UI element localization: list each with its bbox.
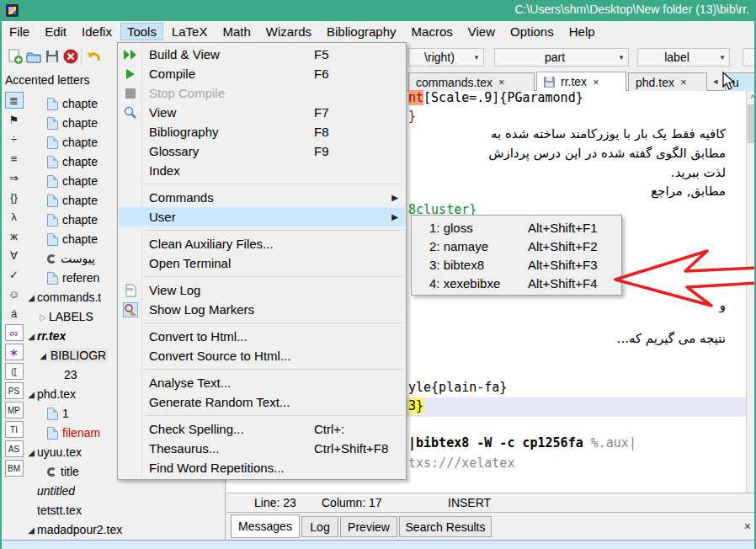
menu-item-view[interactable]: ViewF7 bbox=[119, 103, 405, 122]
menu-bibliography[interactable]: Bibliography bbox=[320, 23, 403, 40]
app-icon[interactable] bbox=[6, 4, 19, 17]
menu-macros[interactable]: Macros bbox=[405, 23, 460, 40]
menu-help[interactable]: Help bbox=[562, 23, 602, 40]
sidebar-panel-title[interactable]: Accented letters bbox=[5, 73, 89, 87]
menu-latex[interactable]: LaTeX bbox=[165, 23, 215, 40]
menu-item-thesaurus[interactable]: Thesaurus...Ctrl+Shift+F8 bbox=[119, 439, 405, 458]
menu-item-bibliography[interactable]: BibliographyF8 bbox=[119, 122, 405, 141]
cyrillic-tab-icon[interactable]: ж bbox=[5, 227, 24, 244]
tab-search-results[interactable]: Search Results bbox=[399, 516, 492, 537]
expanded-arrow-icon[interactable]: ◢ bbox=[25, 390, 37, 399]
submenu-item-namaye[interactable]: 2: namayeAlt+Shift+F2 bbox=[413, 237, 620, 255]
menu-math[interactable]: Math bbox=[216, 23, 257, 40]
menu-item-clean-auxiliary-files[interactable]: Clean Auxiliary Files... bbox=[119, 234, 405, 253]
tree-row-chapter[interactable]: chapte bbox=[47, 192, 98, 209]
menu-options[interactable]: Options bbox=[503, 23, 561, 40]
undo-button[interactable] bbox=[84, 46, 104, 67]
tab-scroll-left-icon[interactable]: ◂ bbox=[713, 76, 718, 87]
menu-item-user[interactable]: User▶ bbox=[119, 207, 405, 227]
tree-row-references[interactable]: referen bbox=[47, 269, 99, 286]
tree-row-chapter[interactable]: chapte bbox=[47, 115, 98, 131]
tree-row-tetstt-tex[interactable]: tetstt.tex bbox=[37, 502, 82, 519]
close-icon[interactable]: × bbox=[498, 76, 505, 88]
tree-row-chapter[interactable]: chapte bbox=[47, 153, 98, 170]
menu-item-convert-to-html[interactable]: Convert to Html... bbox=[119, 327, 405, 346]
tab-preview[interactable]: Preview bbox=[340, 516, 397, 537]
tree-row-23[interactable]: 23 bbox=[64, 366, 77, 383]
truncated-dropdown[interactable]: t bbox=[743, 48, 756, 67]
tree-row-madadpour2-tex[interactable]: ◢madadpour2.tex bbox=[25, 521, 122, 538]
expanded-arrow-icon[interactable]: ◢ bbox=[25, 293, 37, 302]
close-panel-icon[interactable]: × bbox=[744, 520, 751, 533]
misc-text-tab-icon[interactable]: ✓ bbox=[5, 266, 24, 283]
new-document-button[interactable] bbox=[5, 46, 25, 67]
menu-edit[interactable]: Edit bbox=[38, 23, 73, 40]
accented-tab-icon[interactable]: á bbox=[5, 305, 24, 322]
editor-scrollbar[interactable]: ˄ ˅ bbox=[746, 91, 756, 505]
tab-rr-tex[interactable]: rr.tex × bbox=[536, 72, 626, 91]
greek-tab-icon[interactable]: λ bbox=[5, 208, 24, 225]
menu-item-generate-random-text[interactable]: Generate Random Text... bbox=[119, 392, 405, 412]
menu-item-open-terminal[interactable]: Open Terminal bbox=[119, 253, 405, 273]
tree-row-rr-tex[interactable]: ◢rr.tex bbox=[25, 328, 66, 344]
open-button[interactable] bbox=[24, 46, 44, 67]
ti-tab-icon[interactable]: TI bbox=[5, 421, 24, 438]
bookmarks-tab-icon[interactable]: ⚑ bbox=[5, 111, 24, 128]
tab-uyuu-tex-truncated[interactable]: u bbox=[725, 72, 756, 91]
expanded-arrow-icon[interactable]: ◢ bbox=[25, 332, 37, 341]
scrollbar-thumb[interactable] bbox=[748, 104, 756, 143]
bm-tab-icon[interactable]: BM bbox=[5, 460, 24, 477]
close-icon[interactable]: × bbox=[593, 76, 599, 88]
tree-row-untitled[interactable]: untitled bbox=[37, 482, 75, 499]
expanded-arrow-icon[interactable]: ◢ bbox=[25, 448, 37, 457]
tree-row-appendix[interactable]: پيوست bbox=[47, 250, 95, 267]
tree-row-chapter[interactable]: chapte bbox=[47, 95, 98, 112]
scroll-up-icon[interactable]: ˄ bbox=[747, 91, 756, 104]
tree-row-chapter[interactable]: chapte bbox=[47, 173, 98, 189]
tree-row-chapter[interactable]: chapte bbox=[47, 231, 98, 248]
menu-item-compile[interactable]: CompileF6 bbox=[119, 64, 405, 83]
tree-row-uyuu-tex[interactable]: ◢uyuu.tex bbox=[25, 444, 82, 461]
save-button[interactable] bbox=[42, 46, 62, 67]
menu-wizards[interactable]: Wizards bbox=[259, 23, 318, 40]
menu-item-find-word-repetitions[interactable]: Find Word Repetitions... bbox=[119, 458, 405, 477]
menu-item-commands[interactable]: Commands▶ bbox=[119, 188, 405, 207]
tree-row-bibliogr[interactable]: ◢BIBLIOGR bbox=[37, 347, 108, 364]
infinity-tab-icon[interactable]: ∞ bbox=[5, 324, 24, 341]
menu-item-view-log[interactable]: log View Log bbox=[119, 280, 405, 300]
operators-tab-icon[interactable]: ÷ bbox=[5, 131, 24, 147]
menu-file[interactable]: File bbox=[3, 23, 36, 40]
asterisk-tab-icon[interactable]: ∗ bbox=[5, 344, 24, 360]
sectioning-dropdown[interactable]: part ▾ bbox=[494, 48, 629, 67]
expanded-arrow-icon[interactable]: ◢ bbox=[37, 351, 49, 360]
arrows-tab-icon[interactable]: ⇒ bbox=[5, 169, 24, 186]
tree-row-commands-tex[interactable]: ◢commands.t bbox=[25, 289, 101, 306]
delimiters-tab-icon[interactable]: {} bbox=[5, 189, 24, 205]
tree-row-chapter[interactable]: chapte bbox=[47, 134, 98, 151]
menu-item-convert-source-to-html[interactable]: Convert Source to Html... bbox=[119, 346, 405, 365]
tree-row-labels[interactable]: ▷LABELS bbox=[37, 308, 93, 325]
tab-commands-tex[interactable]: commands.tex × bbox=[408, 72, 535, 91]
misc-math-tab-icon[interactable]: ∀ bbox=[5, 247, 24, 264]
tree-row-filename[interactable]: filenam bbox=[47, 424, 100, 441]
wasysym-tab-icon[interactable]: ☺ bbox=[5, 285, 24, 302]
mp-tab-icon[interactable]: MP bbox=[5, 402, 24, 418]
tree-row-title[interactable]: title bbox=[47, 463, 79, 480]
relations-tab-icon[interactable]: ≡ bbox=[5, 150, 24, 167]
submenu-item-gloss[interactable]: 1: glossAlt+Shift+F1 bbox=[413, 218, 620, 237]
menu-item-index[interactable]: Index bbox=[119, 161, 405, 180]
menu-item-check-spelling[interactable]: Check Spelling...Ctrl+: bbox=[119, 419, 405, 439]
ps-tab-icon[interactable]: PS bbox=[5, 382, 24, 399]
tree-row-chapter[interactable]: chapte bbox=[47, 211, 98, 228]
tab-phd-tex[interactable]: phd.tex × bbox=[628, 72, 707, 91]
expanded-arrow-icon[interactable]: ◢ bbox=[25, 525, 37, 535]
as-tab-icon[interactable]: AS bbox=[5, 440, 24, 457]
menu-item-show-log-markers[interactable]: Show Log Markers bbox=[119, 300, 405, 319]
menu-view[interactable]: View bbox=[461, 23, 502, 40]
tree-row-1[interactable]: 1 bbox=[47, 405, 69, 422]
menu-idefix[interactable]: Idefix bbox=[75, 23, 119, 40]
math-symbol-dropdown[interactable]: \right) ▾ bbox=[408, 48, 484, 67]
menu-item-analyse-text[interactable]: Analyse Text... bbox=[119, 373, 405, 392]
tab-messages[interactable]: Messages bbox=[231, 514, 300, 538]
reference-dropdown[interactable]: label ▾ bbox=[637, 48, 730, 67]
